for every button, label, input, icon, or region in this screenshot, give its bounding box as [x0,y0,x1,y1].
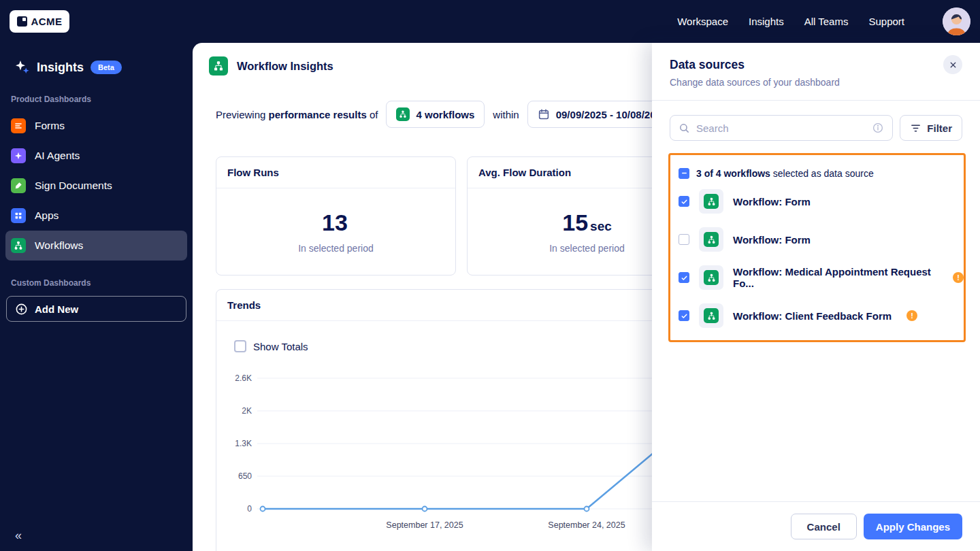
workflow-row[interactable]: Workflow: Client Feedback Form ! [670,297,964,335]
sidebar: Insights Beta Product Dashboards Forms A… [0,43,193,551]
panel-header: Data sources Change data sources of your… [652,43,980,100]
apps-icon [11,208,26,223]
workflow-row-label: Workflow: Form [733,196,811,207]
selection-summary-row: 3 of 4 workflows selected as data source [670,155,964,182]
workflows-icon [11,238,26,253]
sidebar-app-title: Insights [37,61,84,75]
sidebar-item-apps[interactable]: Apps [5,201,187,231]
close-panel-button[interactable] [943,55,962,74]
svg-text:0: 0 [247,504,252,514]
forms-icon [11,118,26,133]
workflow-icon-well [699,303,723,328]
ai-agents-icon [11,148,26,163]
top-navigation: Workspace Insights All Teams Support [677,7,970,35]
workflow-row[interactable]: Workflow: Form ! [670,182,964,220]
workflow-checkbox[interactable] [679,272,689,283]
workflows-icon [396,107,410,121]
avatar-illustration [943,7,970,35]
workflows-icon [704,270,719,285]
sidebar-app-header: Insights Beta [0,43,193,95]
panel-title: Data sources [670,58,962,72]
data-sources-panel: Data sources Change data sources of your… [652,43,980,551]
panel-subtitle: Change data sources of your dashboard [670,77,962,88]
within-label: within [493,109,519,120]
sidebar-item-label: Forms [35,120,65,132]
user-avatar[interactable] [943,7,970,35]
workflow-checkbox[interactable] [679,196,689,207]
flow-runs-card: Flow Runs 13 In selected period [216,156,456,276]
svg-text:1.3K: 1.3K [235,439,252,448]
stat-caption: In selected period [298,243,374,254]
sidebar-item-label: Workflows [35,239,83,252]
stat-caption: In selected period [549,243,625,254]
avg-duration-unit: sec [590,219,612,234]
sparkles-icon [14,59,30,76]
svg-text:650: 650 [238,471,252,481]
beta-badge: Beta [91,61,122,74]
workflow-icon-well [699,189,723,214]
svg-text:September 17, 2025: September 17, 2025 [386,520,463,530]
add-new-button[interactable]: Add New [6,296,186,322]
workflow-row-label: Workflow: Medical Appointment Request Fo… [733,266,938,289]
workflows-chip-label: 4 workflows [416,109,474,120]
svg-text:September 24, 2025: September 24, 2025 [548,520,625,530]
svg-text:2K: 2K [242,406,252,416]
nav-support[interactable]: Support [868,16,904,27]
calendar-icon [538,108,550,120]
selection-summary-text: 3 of 4 workflows selected as data source [696,168,874,179]
sidebar-item-sign-documents[interactable]: Sign Documents [5,171,187,201]
workflow-icon-well [699,227,723,252]
stat-card-title: Flow Runs [216,157,455,188]
filter-button[interactable]: Filter [900,115,962,141]
workflows-icon [704,308,719,323]
add-new-label: Add New [35,303,78,315]
svg-text:2.6K: 2.6K [235,373,252,383]
workflow-row[interactable]: Workflow: Medical Appointment Request Fo… [670,258,964,297]
highlighted-selection-area: 3 of 4 workflows selected as data source… [668,153,966,342]
show-totals-label: Show Totals [253,341,308,352]
topbar: ACME Workspace Insights All Teams Suppor… [0,0,980,43]
flow-runs-value: 13 [322,210,348,236]
sidebar-item-label: Sign Documents [35,180,112,192]
sign-documents-icon [11,178,26,193]
workflow-icon-well [699,265,723,290]
show-totals-checkbox[interactable] [234,340,246,352]
sidebar-item-label: Apps [35,210,59,222]
sidebar-item-forms[interactable]: Forms [5,111,187,141]
workflow-row[interactable]: Workflow: Form ! [670,220,964,258]
sidebar-item-label: AI Agents [35,150,80,162]
warning-icon: ! [953,272,964,283]
search-icon [679,122,690,134]
sidebar-item-workflows[interactable]: Workflows [5,231,187,261]
workflow-checkbox[interactable] [679,310,689,321]
workflows-selector-chip[interactable]: 4 workflows [386,101,485,128]
page-title: Workflow Insights [237,60,333,73]
nav-insights[interactable]: Insights [749,16,784,27]
sidebar-item-ai-agents[interactable]: AI Agents [5,141,187,171]
acme-logo-text: ACME [31,16,63,27]
search-row: Filter [652,101,980,141]
product-dashboards-heading: Product Dashboards [11,95,193,104]
plus-circle-icon [15,303,28,316]
nav-workspace[interactable]: Workspace [677,16,728,27]
date-range-label: 09/09/2025 - 10/08/2025 [556,109,667,120]
close-icon [949,61,958,69]
workflows-icon [704,194,719,209]
workflow-row-label: Workflow: Client Feedback Form [733,310,892,322]
collapse-sidebar-button[interactable]: « [15,529,22,543]
cancel-button[interactable]: Cancel [791,514,857,539]
custom-dashboards-heading: Custom Dashboards [11,278,193,288]
search-box [670,115,893,141]
nav-all-teams[interactable]: All Teams [804,16,849,27]
info-icon[interactable] [872,122,884,134]
filter-icon [910,122,921,134]
search-input[interactable] [696,122,866,134]
filter-label: Filter [927,122,952,134]
select-all-checkbox[interactable] [679,168,689,179]
avg-duration-value: 15 [562,210,588,236]
workflow-checkbox[interactable] [679,234,689,245]
preview-text: Previewing performance results of [216,109,378,120]
apply-changes-button[interactable]: Apply Changes [864,514,962,539]
acme-logo-icon [17,16,27,27]
acme-logo[interactable]: ACME [10,10,69,33]
